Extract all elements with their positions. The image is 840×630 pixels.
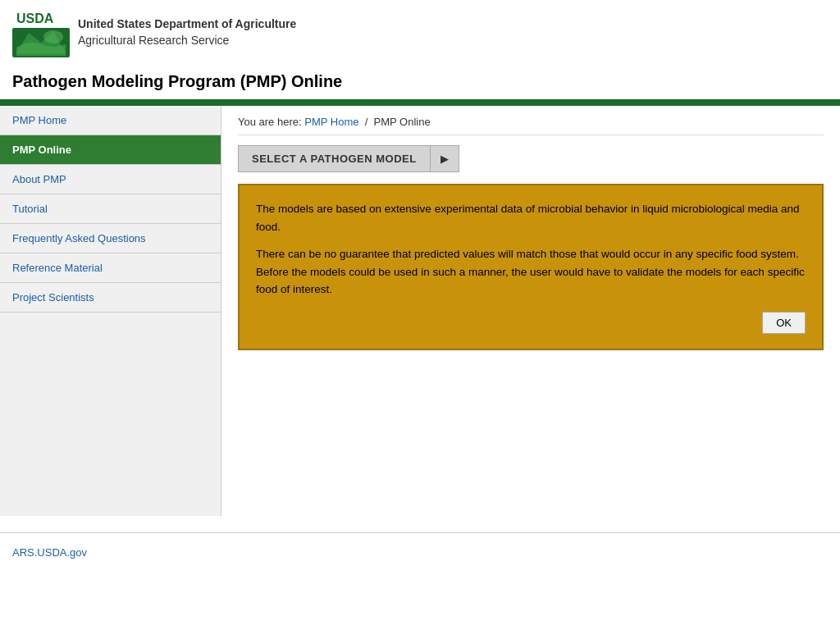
usda-emblem-icon: USDA [12,8,70,57]
footer-link[interactable]: ARS.USDA.gov [12,546,87,559]
agency-info: United States Department of Agriculture … [78,16,296,48]
sidebar-item-pmp-online[interactable]: PMP Online [0,135,221,165]
ok-button[interactable]: OK [762,312,806,334]
sidebar-item-project-scientists[interactable]: Project Scientists [0,283,221,313]
breadcrumb: You are here: PMP Home / PMP Online [238,116,824,135]
sidebar-item-about-pmp[interactable]: About PMP [0,165,221,194]
page-header: USDA United States Department of Agricul… [0,0,840,66]
agency-sub: Agricultural Research Service [78,33,296,49]
sidebar-item-faq[interactable]: Frequently Asked Questions [0,224,221,253]
sidebar-item-tutorial[interactable]: Tutorial [0,194,221,224]
svg-text:USDA: USDA [16,11,54,25]
content-area: You are here: PMP Home / PMP Online SELE… [221,106,840,516]
notice-paragraph-1: The models are based on extensive experi… [256,200,806,235]
pathogen-select-label: SELECT A PATHOGEN MODEL [238,145,431,172]
page-title: Pathogen Modeling Program (PMP) Online [0,66,840,99]
notice-box: The models are based on extensive experi… [238,184,824,350]
breadcrumb-home-link[interactable]: PMP Home [304,116,358,128]
sidebar: PMP Home PMP Online About PMP Tutorial F… [0,106,221,516]
notice-paragraph-2: There can be no guarantee that predicted… [256,245,806,299]
main-layout: PMP Home PMP Online About PMP Tutorial F… [0,106,840,516]
sidebar-item-pmp-home[interactable]: PMP Home [0,106,221,135]
ok-btn-container: OK [256,312,806,334]
pathogen-model-selector[interactable]: SELECT A PATHOGEN MODEL ▶ [238,145,824,172]
pathogen-arrow-icon: ▶ [431,145,459,172]
usda-logo: USDA United States Department of Agricul… [12,8,296,57]
svg-point-4 [43,30,63,43]
footer: ARS.USDA.gov [0,532,840,571]
sidebar-item-reference-material[interactable]: Reference Material [0,253,221,283]
breadcrumb-current: PMP Online [374,116,431,128]
agency-name: United States Department of Agriculture [78,16,296,33]
green-banner [0,99,840,106]
